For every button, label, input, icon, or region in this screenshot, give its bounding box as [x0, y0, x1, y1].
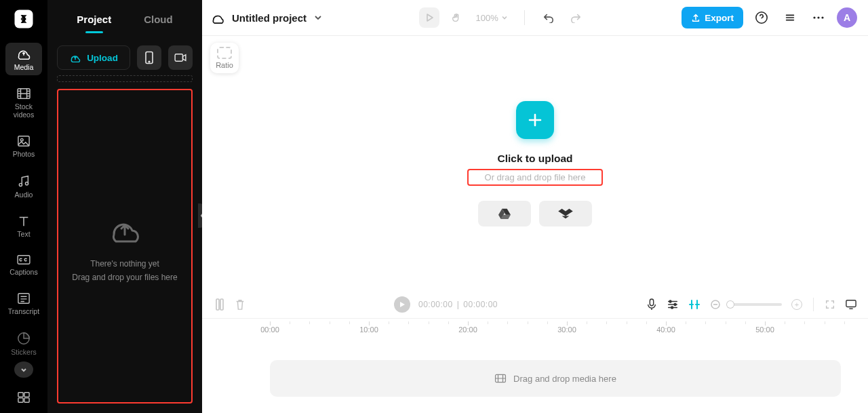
hand-tool-button[interactable]: [446, 7, 467, 28]
timeline-play-button[interactable]: [394, 296, 410, 313]
svg-rect-10: [24, 393, 29, 397]
svg-rect-12: [24, 398, 29, 402]
zoom-in-icon[interactable]: +: [791, 299, 802, 310]
separator: [813, 298, 814, 311]
export-button[interactable]: Export: [682, 7, 743, 28]
ratio-label: Ratio: [216, 61, 233, 69]
svg-rect-15: [175, 54, 182, 62]
rail-item-photos[interactable]: Photos: [5, 131, 42, 162]
svg-point-24: [674, 304, 676, 306]
rail-item-text[interactable]: Text: [5, 211, 42, 242]
topbar: Untitled project 100%: [202, 0, 868, 36]
timeline-controls: 00:00:00 | 00:00:00 +: [202, 291, 868, 318]
film-icon: [16, 87, 31, 100]
stage-subtitle-highlight: Or drag and drop file here: [467, 169, 604, 186]
panel-drop-area[interactable]: There's nothing yet Drag and drop your f…: [57, 89, 193, 404]
rail-item-media[interactable]: Media: [5, 43, 42, 75]
rail-label: Stickers: [11, 348, 36, 356]
dropbox-button[interactable]: [539, 201, 592, 227]
layers-button[interactable]: [780, 7, 800, 28]
rail-item-bottom[interactable]: [5, 387, 42, 408]
svg-point-17: [813, 16, 815, 18]
svg-rect-9: [18, 393, 23, 397]
more-button[interactable]: [808, 7, 829, 28]
avatar[interactable]: A: [837, 7, 857, 28]
export-icon: [691, 13, 701, 22]
rail-item-audio[interactable]: Audio: [5, 170, 42, 203]
music-icon: [17, 174, 31, 188]
topbar-right: Export A: [682, 7, 857, 28]
rail-item-stock-videos[interactable]: Stock videos: [5, 83, 42, 123]
ruler-tick-label: 50:00: [755, 326, 774, 334]
split-icon[interactable]: [214, 298, 225, 311]
empty-line-1: There's nothing yet: [90, 259, 159, 269]
upload-record-button[interactable]: [168, 45, 193, 70]
film-icon: [494, 374, 507, 383]
upload-mobile-button[interactable]: [137, 45, 161, 70]
ruler-tick-label: 20:00: [458, 326, 477, 334]
timeline-right: +: [646, 298, 857, 311]
timeline-ruler[interactable]: 00:0010:0020:0030:0040:0050:00: [202, 318, 868, 348]
captions-icon: [16, 254, 31, 265]
fullscreen-icon[interactable]: [825, 299, 835, 310]
rail-expand-button[interactable]: [14, 361, 33, 378]
svg-point-18: [817, 16, 819, 18]
mic-icon[interactable]: [646, 298, 657, 311]
tab-project[interactable]: Project: [77, 14, 111, 28]
project-title-wrap[interactable]: Untitled project: [210, 11, 323, 24]
panel-dashed-strip: [57, 75, 193, 82]
app-logo[interactable]: [11, 8, 37, 31]
timeline-zoom-slider[interactable]: [730, 303, 782, 306]
ruler-tick-label: 00:00: [260, 326, 279, 334]
cloud-source-row: [478, 201, 592, 227]
svg-point-4: [19, 183, 22, 186]
rail-label: Captions: [9, 268, 37, 276]
rail-item-stickers[interactable]: Stickers: [5, 328, 42, 360]
help-button[interactable]: [751, 7, 772, 28]
snap-icon[interactable]: [688, 298, 701, 311]
zoom-out-icon[interactable]: [710, 299, 721, 310]
play-button[interactable]: [419, 7, 439, 28]
svg-rect-22: [650, 299, 653, 306]
upload-button[interactable]: Upload: [57, 45, 130, 70]
zoom-dropdown[interactable]: 100%: [476, 13, 508, 23]
empty-line-2: Drag and drop your files here: [72, 273, 177, 282]
ruler-tick-label: 30:00: [557, 326, 576, 334]
rail-label: Transcript: [8, 307, 39, 315]
stickers-icon: [17, 332, 31, 345]
cloud-sync-icon: [210, 11, 225, 24]
zoom-value: 100%: [476, 13, 498, 23]
svg-rect-21: [220, 299, 223, 310]
rail-label: Photos: [13, 150, 35, 158]
stage-subtitle: Or drag and drop file here: [485, 172, 586, 182]
cloud-upload-large-icon: [106, 210, 144, 255]
time-display: 00:00:00 | 00:00:00: [418, 300, 498, 309]
settings-sliders-icon[interactable]: [667, 299, 679, 310]
time-current: 00:00:00: [418, 300, 453, 309]
svg-rect-11: [18, 398, 23, 402]
redo-button[interactable]: [566, 7, 586, 28]
grid-icon: [17, 391, 31, 404]
rail-item-captions[interactable]: Captions: [5, 250, 42, 280]
time-total: 00:00:00: [463, 300, 498, 309]
google-drive-button[interactable]: [478, 201, 531, 227]
timeline-track[interactable]: Drag and drop media here: [270, 360, 841, 397]
transcript-icon: [17, 292, 31, 304]
stage-upload-area[interactable]: Click to upload Or drag and drop file he…: [467, 101, 604, 227]
export-label: Export: [705, 13, 734, 23]
upload-plus-button[interactable]: [516, 101, 554, 139]
image-icon: [17, 135, 31, 147]
upload-label: Upload: [87, 53, 118, 63]
camera-icon: [174, 53, 187, 62]
delete-icon[interactable]: [235, 298, 245, 311]
chevron-down-icon: [313, 13, 323, 22]
main-area: Untitled project 100%: [202, 0, 868, 413]
media-icon: [16, 47, 31, 60]
undo-button[interactable]: [538, 7, 559, 28]
rail-item-transcript[interactable]: Transcript: [5, 288, 42, 319]
text-icon: [17, 215, 31, 227]
tab-cloud[interactable]: Cloud: [144, 14, 173, 28]
ratio-button[interactable]: Ratio: [210, 43, 239, 73]
present-icon[interactable]: [845, 299, 857, 310]
timeline-track-wrap: Drag and drop media here: [202, 348, 868, 413]
